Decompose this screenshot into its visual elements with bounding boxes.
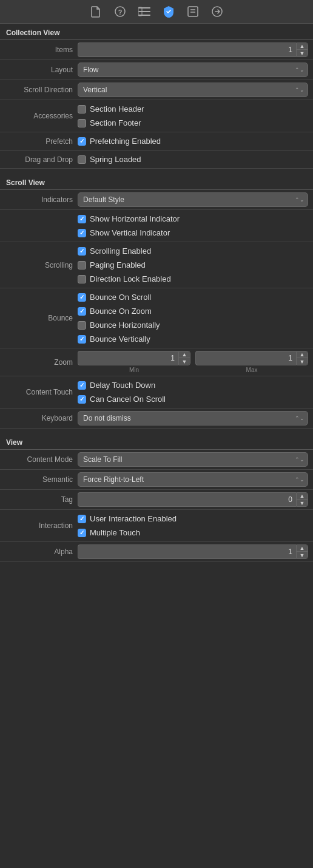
show-vertical-label: Show Vertical Indicator: [90, 228, 170, 237]
content-touch-row: Content Touch Delay Touch Down Can Cance…: [0, 376, 313, 409]
section-footer-label: Section Footer: [90, 118, 141, 127]
alpha-input[interactable]: [78, 544, 296, 559]
paging-enabled-row: Paging Enabled: [78, 259, 308, 271]
zoom-max-increment[interactable]: ▲: [297, 351, 308, 358]
zoom-row: Zoom ▲ ▼ ▲ ▼ Min Max: [0, 348, 313, 376]
attribute-icon[interactable]: [162, 5, 175, 18]
accessories-checks: Section Header Section Footer: [78, 103, 308, 129]
semantic-content: Force Right-to-Left: [78, 472, 308, 487]
bounce-on-scroll-label: Bounce On Scroll: [90, 293, 151, 302]
zoom-min-decrement[interactable]: ▼: [179, 358, 190, 365]
zoom-max-input[interactable]: [195, 351, 296, 365]
bounce-horizontally-checkbox[interactable]: [78, 321, 86, 330]
accessories-label: Accessories: [5, 112, 78, 120]
zoom-min-stepper-buttons: ▲ ▼: [178, 351, 190, 365]
svg-rect-6: [188, 7, 198, 16]
indicators-dropdown[interactable]: Default Style: [78, 192, 308, 207]
content-touch-content: Delay Touch Down Can Cancel On Scroll: [78, 379, 308, 405]
zoom-min-input[interactable]: [78, 351, 178, 365]
scroll-direction-dropdown-wrapper: Vertical: [78, 83, 308, 97]
indicator-checkboxes-content: Show Horizontal Indicator Show Vertical …: [78, 212, 308, 239]
scrolling-row: Scrolling Scrolling Enabled Paging Enabl…: [0, 242, 313, 288]
prefetching-enabled-checkbox[interactable]: [78, 137, 86, 146]
show-horizontal-checkbox[interactable]: [78, 215, 86, 223]
spring-loaded-checkbox[interactable]: [78, 155, 86, 164]
items-input[interactable]: [78, 42, 296, 57]
content-touch-checks: Delay Touch Down Can Cancel On Scroll: [78, 379, 308, 405]
user-interaction-row: User Interaction Enabled: [78, 512, 308, 525]
zoom-content: ▲ ▼ ▲ ▼ Min Max: [78, 351, 308, 373]
scroll-direction-dropdown[interactable]: Vertical: [78, 83, 308, 97]
list-icon[interactable]: [138, 5, 151, 18]
interaction-content: User Interaction Enabled Multiple Touch: [78, 512, 308, 539]
semantic-dropdown[interactable]: Force Right-to-Left: [78, 472, 308, 487]
scrolling-enabled-checkbox[interactable]: [78, 247, 86, 256]
delay-touch-label: Delay Touch Down: [90, 381, 155, 390]
items-label: Items: [5, 46, 78, 54]
bounce-on-scroll-checkbox[interactable]: [78, 293, 86, 302]
bounce-content: Bounce On Scroll Bounce On Zoom Bounce H…: [78, 291, 308, 345]
show-horizontal-row: Show Horizontal Indicator: [78, 212, 308, 225]
multiple-touch-checkbox[interactable]: [78, 529, 86, 537]
scrolling-content: Scrolling Enabled Paging Enabled Directi…: [78, 245, 308, 285]
show-vertical-checkbox[interactable]: [78, 229, 86, 237]
indicators-dropdown-wrapper: Default Style: [78, 192, 308, 207]
tag-row: Tag ▲ ▼: [0, 490, 313, 510]
help-icon[interactable]: ?: [113, 5, 127, 18]
section-header-checkbox[interactable]: [78, 105, 86, 114]
alpha-decrement[interactable]: ▼: [297, 552, 308, 558]
semantic-dropdown-wrapper: Force Right-to-Left: [78, 472, 308, 487]
layout-content: Flow: [78, 63, 308, 77]
can-cancel-row: Can Cancel On Scroll: [78, 393, 308, 405]
can-cancel-label: Can Cancel On Scroll: [90, 395, 166, 404]
prefetching-enabled-label: Prefetching Enabled: [90, 137, 161, 146]
bounce-vertically-row: Bounce Vertically: [78, 333, 308, 345]
bounce-vertically-checkbox[interactable]: [78, 335, 86, 344]
section-footer-checkbox[interactable]: [78, 119, 86, 127]
spring-loaded-label: Spring Loaded: [90, 155, 141, 164]
items-increment[interactable]: ▲: [297, 43, 308, 50]
content-mode-dropdown[interactable]: Scale To Fill: [78, 452, 308, 467]
tag-decrement[interactable]: ▼: [297, 500, 308, 506]
section-footer-row: Section Footer: [78, 117, 308, 129]
lines-icon[interactable]: [186, 5, 200, 18]
direction-lock-checkbox[interactable]: [78, 275, 86, 283]
scrolling-enabled-row: Scrolling Enabled: [78, 245, 308, 257]
scroll-view-section-header: Scroll View: [0, 174, 313, 190]
items-stepper: ▲ ▼: [78, 42, 308, 57]
arrow-circle-icon[interactable]: [210, 5, 224, 18]
scroll-direction-row: Scroll Direction Vertical: [0, 80, 313, 100]
tag-stepper: ▲ ▼: [78, 492, 308, 507]
layout-dropdown[interactable]: Flow: [78, 63, 308, 77]
items-decrement[interactable]: ▼: [297, 50, 308, 56]
bounce-on-zoom-label: Bounce On Zoom: [90, 307, 152, 316]
semantic-row: Semantic Force Right-to-Left: [0, 470, 313, 490]
tag-label: Tag: [5, 495, 78, 504]
alpha-increment[interactable]: ▲: [297, 545, 308, 552]
drag-drop-row: Drag and Drop Spring Loaded: [0, 151, 313, 169]
zoom-max-label: Max: [195, 367, 308, 373]
zoom-max-decrement[interactable]: ▼: [297, 358, 308, 365]
svg-text:?: ?: [118, 8, 123, 16]
alpha-label: Alpha: [5, 548, 78, 556]
multiple-touch-label: Multiple Touch: [90, 528, 140, 537]
section-header-row: Section Header: [78, 103, 308, 115]
user-interaction-checkbox[interactable]: [78, 515, 86, 523]
content-touch-label: Content Touch: [5, 388, 78, 396]
tag-increment[interactable]: ▲: [297, 493, 308, 500]
file-icon[interactable]: [89, 5, 103, 18]
tag-input[interactable]: [78, 492, 296, 507]
zoom-min-increment[interactable]: ▲: [179, 351, 190, 358]
bounce-on-zoom-checkbox[interactable]: [78, 307, 86, 316]
bounce-on-zoom-row: Bounce On Zoom: [78, 305, 308, 317]
user-interaction-label: User Interaction Enabled: [90, 514, 177, 523]
keyboard-row: Keyboard Do not dismiss: [0, 409, 313, 429]
indicators-content: Default Style: [78, 192, 308, 207]
zoom-label: Zoom: [5, 358, 78, 367]
can-cancel-checkbox[interactable]: [78, 395, 86, 404]
layout-label: Layout: [5, 66, 78, 74]
paging-enabled-checkbox[interactable]: [78, 261, 86, 270]
delay-touch-checkbox[interactable]: [78, 381, 86, 390]
interaction-checks: User Interaction Enabled Multiple Touch: [78, 512, 308, 539]
keyboard-dropdown[interactable]: Do not dismiss: [78, 411, 308, 426]
